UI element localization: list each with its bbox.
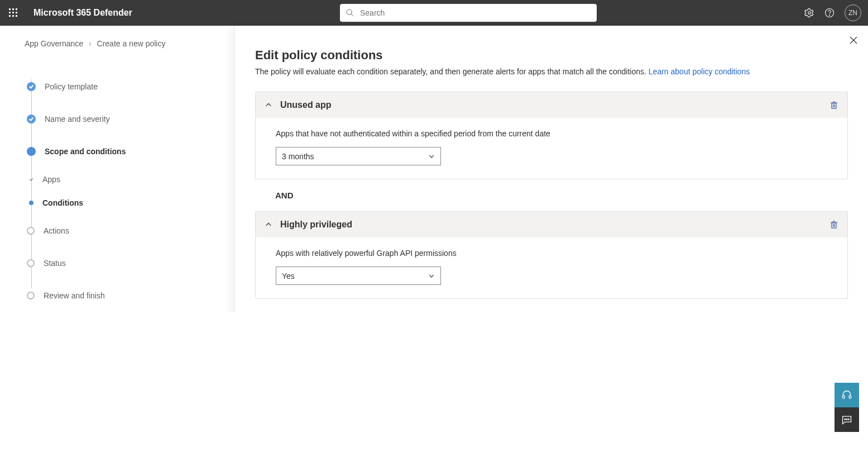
gear-icon[interactable]: [804, 8, 814, 18]
step-label: Scope and conditions: [45, 147, 126, 156]
check-icon: [27, 82, 36, 91]
condition-highly-privileged: Highly privileged Apps with relatively p…: [255, 211, 848, 299]
breadcrumb: App Governance › Create a new policy: [25, 39, 234, 48]
substep-label: Conditions: [42, 198, 83, 207]
step-label: Policy template: [45, 82, 98, 91]
svg-line-1: [351, 14, 353, 16]
panel-subtitle-text: The policy will evaluate each condition …: [255, 67, 649, 76]
condition-desc: Apps with relatively powerful Graph API …: [276, 249, 827, 258]
svg-point-2: [808, 12, 811, 15]
step-label: Status: [44, 259, 66, 268]
search-wrap: [143, 4, 793, 22]
and-separator: AND: [275, 310, 848, 312]
breadcrumb-root[interactable]: App Governance: [25, 39, 83, 48]
substep-active-icon: [29, 201, 33, 205]
condition-title: Highly privileged: [280, 220, 829, 230]
edit-panel: Edit policy conditions The policy will e…: [234, 26, 868, 312]
search-icon: [346, 8, 354, 17]
substep-conditions[interactable]: Conditions: [27, 191, 234, 215]
brand-title: Microsoft 365 Defender: [33, 8, 132, 18]
search-box[interactable]: [340, 4, 597, 22]
close-icon: [849, 36, 858, 45]
top-bar: Microsoft 365 Defender ZN: [0, 0, 868, 26]
close-button[interactable]: [849, 36, 858, 46]
step-status[interactable]: Status: [27, 247, 234, 279]
condition-title: Unused app: [280, 100, 829, 110]
svg-point-0: [347, 9, 352, 15]
avatar[interactable]: ZN: [845, 4, 861, 21]
step-policy-template[interactable]: Policy template: [27, 70, 234, 103]
step-review-finish[interactable]: Review and finish: [27, 279, 234, 312]
breadcrumb-sep: ›: [89, 39, 92, 48]
svg-point-4: [829, 15, 830, 16]
substep-tick-icon: [29, 177, 33, 182]
condition-header[interactable]: Unused app: [256, 92, 847, 118]
svg-rect-7: [832, 103, 836, 108]
panel-content: Edit policy conditions The policy will e…: [235, 26, 868, 312]
step-label: Review and finish: [44, 291, 105, 300]
condition-header[interactable]: Highly privileged: [256, 212, 847, 237]
check-icon: [27, 115, 36, 123]
step-name-severity[interactable]: Name and severity: [27, 103, 234, 135]
step-actions[interactable]: Actions: [27, 215, 234, 247]
top-icons: ZN: [804, 4, 861, 21]
future-step-icon: [27, 259, 35, 267]
panel-title: Edit policy conditions: [255, 48, 848, 63]
trash-icon[interactable]: [829, 101, 838, 110]
dropdown-value: Yes: [282, 272, 295, 281]
step-label: Name and severity: [45, 115, 110, 123]
and-separator: AND: [275, 191, 848, 200]
svg-rect-12: [832, 223, 836, 228]
active-step-icon: [27, 147, 36, 156]
future-step-icon: [27, 292, 35, 300]
substep-apps[interactable]: Apps: [27, 168, 234, 191]
help-icon[interactable]: [824, 8, 835, 18]
search-input[interactable]: [360, 8, 591, 17]
left-pane: App Governance › Create a new policy Pol…: [0, 26, 234, 312]
condition-body: Apps that have not authenticated within …: [256, 118, 847, 179]
page: App Governance › Create a new policy Pol…: [0, 26, 868, 312]
chevron-down-icon: [428, 273, 435, 279]
chevron-down-icon: [428, 153, 435, 160]
trash-icon[interactable]: [829, 220, 838, 229]
chevron-up-icon: [265, 101, 272, 109]
step-scope-conditions[interactable]: Scope and conditions: [27, 135, 234, 168]
substep-label: Apps: [42, 175, 60, 184]
future-step-icon: [27, 227, 35, 235]
condition-unused-app: Unused app Apps that have not authentica…: [255, 92, 848, 179]
condition-desc: Apps that have not authenticated within …: [276, 129, 827, 138]
breadcrumb-current: Create a new policy: [97, 39, 166, 48]
wizard-steps: Policy template Name and severity Scope …: [27, 70, 234, 312]
chevron-up-icon: [265, 221, 272, 229]
panel-subtitle: The policy will evaluate each condition …: [255, 67, 848, 76]
period-dropdown[interactable]: 3 months: [276, 147, 441, 165]
learn-link[interactable]: Learn about policy conditions: [649, 67, 750, 76]
step-label: Actions: [44, 226, 69, 235]
dropdown-value: 3 months: [282, 152, 314, 161]
privileged-dropdown[interactable]: Yes: [276, 267, 441, 285]
condition-body: Apps with relatively powerful Graph API …: [256, 237, 847, 298]
waffle-icon[interactable]: [9, 8, 18, 17]
